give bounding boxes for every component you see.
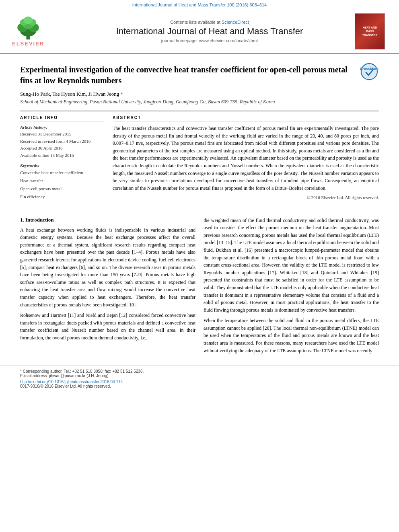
abstract-col: ABSTRACT The heat transfer characteristi… [113, 115, 379, 205]
email-note: E-mail address: jihwan@pusan.ac.kr (J.H.… [20, 374, 144, 378]
main-left-col: 1. Introduction A heat exchange between … [20, 217, 195, 358]
authors-text: Sung-Ho Park, Tae Hyeon Kim, Ji Hwan Jeo… [20, 91, 119, 97]
journal-cover-area: HEAT AND MASS TRANSFER [355, 13, 387, 49]
elsevier-tree-icon [12, 16, 44, 41]
main-right-col: the weighted mean of the fluid thermal c… [204, 217, 379, 358]
keywords-section: Keywords: Convective heat transfer coeff… [20, 163, 105, 201]
history-label: Article history: [20, 125, 105, 129]
intro-para-2: Rohsenow and Hartnett [11] and Nield and… [20, 312, 195, 341]
footer-notes: * Corresponding author. Tel.: +82 51 510… [20, 369, 144, 388]
keywords-label: Keywords: [20, 163, 105, 168]
elsevier-logo-area: ELSEVIER [12, 16, 64, 47]
journal-main-title: International Journal of Heat and Mass T… [68, 26, 351, 37]
footer-bar: * Corresponding author. Tel.: +82 51 510… [0, 366, 399, 390]
issn-note: 0017-9310/© 2016 Elsevier Ltd. All right… [20, 384, 144, 388]
available-date: Available online 13 May 2016 [20, 152, 105, 159]
article-info-abstract-section: ARTICLE INFO Article history: Received 3… [20, 115, 379, 205]
authors-line: Sung-Ho Park, Tae Hyeon Kim, Ji Hwan Jeo… [20, 91, 379, 97]
abstract-text: The heat transfer characteristics and co… [113, 125, 379, 192]
page-body: Experimental investigation of the convec… [0, 54, 399, 366]
title-divider [20, 111, 379, 111]
article-info-col: ARTICLE INFO Article history: Received 3… [20, 115, 105, 205]
main-content: 1. Introduction A heat exchange between … [20, 217, 379, 358]
revised-date: Received in revised form 4 March 2016 [20, 138, 105, 145]
svg-text:CrossMark: CrossMark [360, 67, 379, 71]
contents-available-line: Contents lists available at ScienceDirec… [68, 20, 351, 25]
intro-body-right: the weighted mean of the fluid thermal c… [204, 217, 379, 355]
doi-link[interactable]: http://dx.doi.org/10.1016/j.ijheatmasstr… [20, 380, 123, 384]
article-title-row: Experimental investigation of the convec… [20, 60, 379, 91]
intro-heading: 1. Introduction [20, 217, 195, 223]
journal-ref-text: International Journal of Heat and Mass T… [132, 2, 267, 7]
keyword-2: Heat transfer [20, 177, 105, 185]
intro-right-para-1: the weighted mean of the fluid thermal c… [204, 217, 379, 314]
accepted-date: Accepted 30 April 2016 [20, 145, 105, 152]
keyword-3: Open-cell porous metal [20, 185, 105, 193]
intro-right-para-2: When the temperature between the solid a… [204, 317, 379, 354]
crossmark-badge: CrossMark [360, 62, 379, 81]
abstract-divider [20, 211, 379, 211]
keyword-1: Convective heat transfer coefficient [20, 169, 105, 177]
article-info-label: ARTICLE INFO [20, 115, 105, 121]
article-history-section: Article history: Received 31 December 20… [20, 125, 105, 159]
svg-point-8 [360, 63, 378, 80]
journal-cover-image: HEAT AND MASS TRANSFER [355, 13, 385, 49]
keywords-list: Convective heat transfer coefficient Hea… [20, 169, 105, 201]
elsevier-logo: ELSEVIER [12, 16, 44, 47]
copyright-line: © 2016 Elsevier Ltd. All rights reserved… [113, 195, 379, 200]
intro-heading-text: 1. Introduction [20, 217, 54, 223]
corresponding-star: * [119, 91, 123, 97]
journal-homepage-url: journal homepage: www.elsevier.com/locat… [68, 38, 351, 43]
intro-para-1: A heat exchange between working fluids i… [20, 226, 195, 309]
journal-header: ELSEVIER Contents lists available at Sci… [0, 9, 399, 54]
intro-body-left: A heat exchange between working fluids i… [20, 226, 195, 342]
abstract-label: ABSTRACT [113, 115, 379, 121]
journal-title-area: Contents lists available at ScienceDirec… [68, 20, 351, 43]
journal-reference-bar: International Journal of Heat and Mass T… [0, 0, 399, 9]
article-title: Experimental investigation of the convec… [20, 64, 356, 86]
received-date: Received 31 December 2015 [20, 131, 105, 138]
sciencedirect-link[interactable]: ScienceDirect [222, 20, 249, 25]
cover-title-text: HEAT AND MASS TRANSFER [362, 26, 377, 37]
keyword-4: Fin efficiency [20, 193, 105, 201]
svg-point-7 [24, 16, 33, 24]
corresponding-note: * Corresponding author. Tel.: +82 51 510… [20, 369, 144, 374]
elsevier-brand-name: ELSEVIER [12, 41, 44, 47]
affiliation-text: School of Mechanical Engineering, Pusan … [20, 99, 379, 105]
